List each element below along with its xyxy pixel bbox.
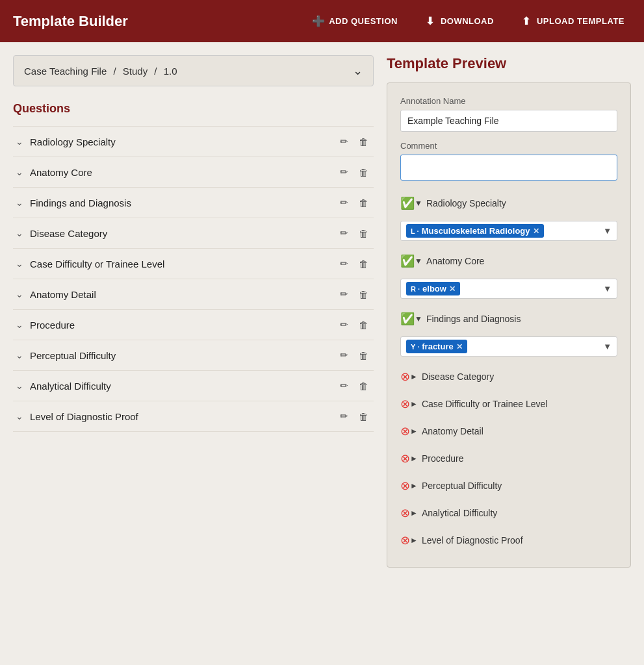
section-expand-chevron: ► (410, 508, 418, 518)
edit-question-button[interactable]: ✏ (337, 348, 351, 362)
edit-question-button[interactable]: ✏ (337, 226, 351, 240)
tag-remove-button[interactable]: ✕ (449, 284, 456, 294)
section-expand-chevron: ► (410, 481, 418, 490)
upload-template-button[interactable]: ⬆ UPLOAD TEMPLATE (513, 11, 631, 32)
right-panel: Template Preview Annotation Name Comment… (374, 55, 631, 652)
question-label: Findings and Diagnosis (30, 197, 337, 208)
section-row[interactable]: ⊗ ► Case Difficulty or Trainee Level (400, 390, 617, 418)
section-row[interactable]: ✅ ▼ Findings and Diagnosis (400, 305, 617, 332)
breadcrumb-sep-1: / (113, 66, 116, 77)
questions-list: ⌄ Radiology Specialty ✏ 🗑 ⌄ Anatomy Core… (13, 126, 374, 432)
question-item: ⌄ Anatomy Detail ✏ 🗑 (13, 279, 374, 310)
breadcrumb-part-1: Study (123, 66, 148, 77)
delete-question-button[interactable]: 🗑 (356, 165, 371, 179)
section-name: Radiology Specialty (426, 198, 506, 208)
question-actions: ✏ 🗑 (337, 379, 371, 393)
question-actions: ✏ 🗑 (337, 257, 371, 271)
edit-question-button[interactable]: ✏ (337, 318, 351, 332)
question-label: Level of Diagnostic Proof (30, 411, 337, 422)
tag-select-row[interactable]: R · elbow ✕ ▼ (400, 279, 617, 299)
section-row[interactable]: ⊗ ► Analytical Difficulty (400, 499, 617, 527)
template-preview-title: Template Preview (387, 55, 631, 72)
question-item: ⌄ Procedure ✏ 🗑 (13, 310, 374, 340)
preview-section-radiology-specialty: ✅ ▼ Radiology Specialty L · Musculoskele… (400, 190, 617, 241)
question-actions: ✏ 🗑 (337, 409, 371, 423)
status-error-icon: ⊗ (400, 451, 410, 466)
status-ok-icon: ✅ (400, 254, 415, 268)
annotation-name-input[interactable] (400, 110, 617, 132)
section-expand-chevron: ► (410, 454, 418, 463)
question-label: Perceptual Difficulty (30, 350, 337, 361)
section-row[interactable]: ⊗ ► Disease Category (400, 363, 617, 390)
comment-label: Comment (400, 141, 617, 151)
question-expand-icon: ⌄ (16, 136, 23, 147)
question-label: Radiology Specialty (30, 136, 337, 147)
section-name: Anatomy Detail (422, 426, 483, 436)
delete-question-button[interactable]: 🗑 (356, 226, 371, 240)
preview-section-level-diagnostic-proof: ⊗ ► Level of Diagnostic Proof (400, 527, 617, 554)
section-row[interactable]: ⊗ ► Procedure (400, 445, 617, 472)
breadcrumb-part-2: 1.0 (164, 66, 177, 77)
edit-question-button[interactable]: ✏ (337, 287, 351, 301)
preview-section-anatomy-detail: ⊗ ► Anatomy Detail (400, 418, 617, 445)
edit-question-button[interactable]: ✏ (337, 195, 351, 210)
question-item: ⌄ Analytical Difficulty ✏ 🗑 (13, 371, 374, 401)
delete-question-button[interactable]: 🗑 (356, 195, 371, 210)
section-name: Case Difficulty or Trainee Level (422, 399, 548, 409)
download-button[interactable]: ⬇ DOWNLOAD (417, 11, 500, 32)
delete-question-button[interactable]: 🗑 (356, 257, 371, 271)
delete-question-button[interactable]: 🗑 (356, 287, 371, 301)
section-name: Analytical Difficulty (422, 508, 497, 518)
edit-question-button[interactable]: ✏ (337, 165, 351, 179)
preview-card: Annotation Name Comment ✅ ▼ Radiology Sp… (387, 82, 631, 568)
preview-section-perceptual-difficulty: ⊗ ► Perceptual Difficulty (400, 472, 617, 499)
question-actions: ✏ 🗑 (337, 165, 371, 179)
preview-section-findings-diagnosis: ✅ ▼ Findings and Diagnosis Y · fracture … (400, 305, 617, 357)
breadcrumb: Case Teaching File / Study / 1.0 (24, 66, 177, 77)
preview-section-analytical-difficulty: ⊗ ► Analytical Difficulty (400, 499, 617, 527)
question-label: Analytical Difficulty (30, 381, 337, 392)
section-row[interactable]: ⊗ ► Perceptual Difficulty (400, 472, 617, 499)
tag: R · elbow ✕ (406, 282, 460, 295)
tag: L · Musculoskeletal Radiology ✕ (406, 224, 544, 238)
tag-letter: R · (411, 285, 420, 293)
annotation-name-label: Annotation Name (400, 96, 617, 106)
section-expand-chevron: ► (410, 427, 418, 436)
section-row[interactable]: ✅ ▼ Radiology Specialty (400, 190, 617, 217)
section-row[interactable]: ⊗ ► Level of Diagnostic Proof (400, 527, 617, 554)
question-actions: ✏ 🗑 (337, 226, 371, 240)
edit-question-button[interactable]: ✏ (337, 257, 351, 271)
edit-question-button[interactable]: ✏ (337, 379, 351, 393)
delete-question-button[interactable]: 🗑 (356, 409, 371, 423)
delete-question-button[interactable]: 🗑 (356, 134, 371, 149)
edit-question-button[interactable]: ✏ (337, 134, 351, 149)
tag-select-row[interactable]: Y · fracture ✕ ▼ (400, 336, 617, 357)
comment-input[interactable] (400, 155, 617, 181)
tag-select-row[interactable]: L · Musculoskeletal Radiology ✕ ▼ (400, 221, 617, 241)
tag-remove-button[interactable]: ✕ (456, 342, 463, 351)
section-name: Findings and Diagnosis (426, 314, 521, 324)
status-error-icon: ⊗ (400, 397, 410, 411)
tag-remove-button[interactable]: ✕ (533, 227, 539, 236)
left-panel: Case Teaching File / Study / 1.0 ⌄ Quest… (13, 55, 374, 652)
preview-section-disease-category: ⊗ ► Disease Category (400, 363, 617, 390)
section-expand-chevron: ► (410, 399, 418, 408)
section-expand-chevron: ► (410, 372, 418, 381)
section-row[interactable]: ⊗ ► Anatomy Detail (400, 418, 617, 445)
question-item: ⌄ Case Difficulty or Trainee Level ✏ 🗑 (13, 249, 374, 279)
delete-question-button[interactable]: 🗑 (356, 318, 371, 332)
question-item: ⌄ Level of Diagnostic Proof ✏ 🗑 (13, 401, 374, 432)
question-expand-icon: ⌄ (16, 411, 23, 421)
section-row[interactable]: ✅ ▼ Anatomy Core (400, 247, 617, 275)
edit-question-button[interactable]: ✏ (337, 409, 351, 423)
delete-question-button[interactable]: 🗑 (356, 348, 371, 362)
question-actions: ✏ 🗑 (337, 134, 371, 149)
breadcrumb-part-0: Case Teaching File (24, 66, 107, 77)
add-question-button[interactable]: ➕ ADD QUESTION (305, 11, 404, 32)
question-item: ⌄ Perceptual Difficulty ✏ 🗑 (13, 340, 374, 371)
section-expand-chevron: ▼ (415, 257, 422, 266)
delete-question-button[interactable]: 🗑 (356, 379, 371, 393)
breadcrumb-selector[interactable]: Case Teaching File / Study / 1.0 ⌄ (13, 55, 374, 86)
question-actions: ✏ 🗑 (337, 195, 371, 210)
question-expand-icon: ⌄ (16, 381, 23, 391)
